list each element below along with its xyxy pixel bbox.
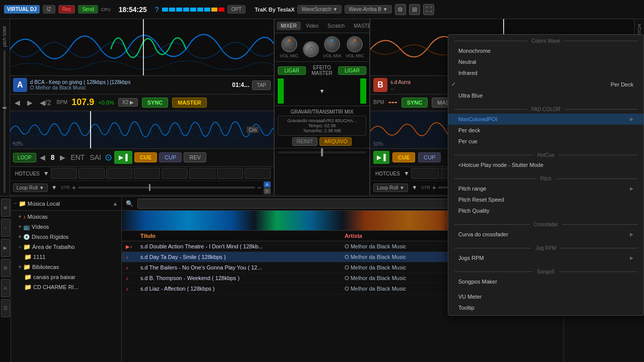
loop-prev-a[interactable]: ◀ <box>38 153 47 161</box>
add-loop-b[interactable]: + <box>432 184 436 192</box>
wavescratch-dropdown[interactable]: WaveScratch ▼ <box>297 5 342 14</box>
menu-vu-meter[interactable]: VU Meter <box>448 291 643 302</box>
menu-jogs-rpm[interactable]: Jogs RPM <box>448 252 643 263</box>
b-button-a[interactable]: B <box>264 188 271 194</box>
menu-pitch-reset[interactable]: Pitch Reset Speed <box>448 194 643 205</box>
pitch-slider-left[interactable] <box>4 50 6 193</box>
prev-arrow[interactable]: ◀ <box>13 99 22 107</box>
cup-button-b[interactable]: CUP <box>418 152 441 162</box>
vol-mic-b-knob[interactable] <box>347 36 363 52</box>
arquivo-button[interactable]: ARQUIVO <box>319 137 352 146</box>
browser-area-trabalho[interactable]: − 📁 Área de Trabalho <box>12 242 120 252</box>
loop-button-a[interactable]: LOOP <box>13 153 36 162</box>
menu-pitch-quality[interactable]: Pitch Quality <box>448 205 643 216</box>
side-btn-3[interactable]: ▶ <box>1 239 10 257</box>
hotcue-cell-8[interactable] <box>245 168 271 179</box>
play-small[interactable]: ▶ <box>26 99 34 107</box>
expand-icon[interactable]: ⊞ <box>409 4 420 15</box>
tab-video[interactable]: Video <box>302 22 323 30</box>
a-button[interactable]: A <box>264 182 271 188</box>
add-loop-a[interactable]: + <box>72 184 76 192</box>
cup-button-a[interactable]: CUP <box>159 152 182 162</box>
hotcue-cell-4[interactable] <box>134 168 160 179</box>
menu-per-cue[interactable]: Per cue <box>448 136 643 147</box>
remove-loop-a[interactable]: − <box>257 184 261 192</box>
browser-bibliotecas[interactable]: + 📁 Bibliotecas <box>12 262 120 272</box>
menu-ultra-blue[interactable]: Ultra Blue <box>448 90 643 101</box>
side-btn-5[interactable]: A <box>1 279 10 297</box>
half-arrow[interactable]: ◀/2 <box>38 99 53 107</box>
pitch-slider-a[interactable] <box>78 187 255 189</box>
menu-noncolored[interactable]: NonColoredPOI <box>448 114 643 125</box>
side-btn-2[interactable]: ♪ <box>1 219 10 237</box>
opt-button[interactable]: OPT <box>227 5 246 14</box>
hotcue-cell-2[interactable] <box>78 168 105 179</box>
play-button-a[interactable]: ▶▐ <box>114 151 132 164</box>
side-btn-6[interactable]: ☰ <box>1 299 10 317</box>
tab-mixer[interactable]: MIXER <box>277 22 301 30</box>
cue-button-b[interactable]: CUE <box>392 152 415 162</box>
loop-sai-a[interactable]: SAI <box>88 153 103 161</box>
cue-button-a[interactable]: CUE <box>134 152 157 162</box>
browser-videos[interactable]: + 📺 Vídeos <box>12 222 120 232</box>
loop-next-a[interactable]: ▶ <box>58 153 67 161</box>
zoom-minus-a[interactable]: − <box>12 139 16 146</box>
loop-roll-down-b[interactable]: ▼ <box>410 184 419 191</box>
rec-button[interactable]: Rec <box>58 5 75 14</box>
hotcues-arrow-a[interactable]: ▼ <box>43 170 49 177</box>
menu-per-deck[interactable]: Per Deck <box>448 78 643 90</box>
vol-mix-knob[interactable] <box>324 36 340 52</box>
th-titulo[interactable]: Título <box>136 231 341 241</box>
menu-monochrome[interactable]: Monochrome <box>448 45 643 56</box>
x2-button[interactable]: X2 ▶ <box>118 98 138 107</box>
menu-neutral[interactable]: Neutral <box>448 56 643 67</box>
search-icon[interactable]: 🔍 <box>126 200 133 207</box>
menu-per-deck-pad[interactable]: Per deck <box>448 125 643 136</box>
vol-master-knob[interactable] <box>281 36 297 52</box>
menu-curva-crossfader[interactable]: Curva do crossfader <box>448 229 643 240</box>
hotcue-cell-6[interactable] <box>189 168 215 179</box>
browser-musicas[interactable]: + ♪ Músicas <box>12 212 120 222</box>
zoom-plus-a[interactable]: + <box>17 139 21 146</box>
rev-button-a[interactable]: REV <box>184 152 206 162</box>
settings-icon[interactable]: ⚙ <box>395 4 406 15</box>
headphone-knob[interactable]: 🎧 <box>303 41 319 57</box>
play-button-b[interactable]: ▶▐ <box>373 151 389 164</box>
menu-infrared[interactable]: Infrared <box>448 67 643 78</box>
loop-roll-down-a[interactable]: ▼ <box>50 184 59 191</box>
hotcue-cell-1[interactable] <box>51 168 77 179</box>
th-artista[interactable]: Artista <box>341 231 449 241</box>
send-button[interactable]: Send <box>78 5 98 14</box>
browser-canais[interactable]: 📁 canais pra baixar <box>12 272 120 282</box>
loop-roll-select-b[interactable]: Loop Roll ▼ <box>373 184 408 192</box>
deck-b-sync-button[interactable]: SYNC <box>401 98 428 108</box>
ligar-a-button[interactable]: LIGAR <box>278 66 306 75</box>
root-item[interactable]: − 📁 Música Local <box>14 200 110 207</box>
fullscreen-icon[interactable]: ⛶ <box>423 4 434 15</box>
deck-a-sync-button[interactable]: SYNC <box>142 98 169 108</box>
hotcue-cell-7[interactable] <box>217 168 243 179</box>
tab-scratch[interactable]: Scratch <box>324 22 349 30</box>
hotcue-cell-3[interactable] <box>106 168 132 179</box>
menu-pitch-range[interactable]: Pitch range <box>448 183 643 194</box>
browser-discos[interactable]: + 💿 Discos Rígidos <box>12 232 120 242</box>
browser-1111[interactable]: 📁 1111 <box>12 252 120 262</box>
hotcues-arrow-b[interactable]: ▼ <box>404 170 410 177</box>
iz-button[interactable]: IZ <box>43 5 55 14</box>
side-btn-4[interactable]: ⊞ <box>1 259 10 277</box>
wave-arriba-dropdown[interactable]: Wave-Arriba B ▼ <box>345 5 391 14</box>
hotcue-cell-5[interactable] <box>162 168 188 179</box>
loop-roll-select-a[interactable]: Loop Roll ▼ <box>13 184 48 192</box>
help-icon[interactable]: ? <box>155 6 159 14</box>
deck-a-tap-button[interactable]: TAP <box>252 80 271 90</box>
ligar-b-button[interactable]: LIGAR <box>338 66 366 75</box>
collapse-arrow[interactable]: − <box>14 201 17 206</box>
menu-songpos-maker[interactable]: Songpos Maker <box>448 276 643 287</box>
hotcue-b-1[interactable] <box>411 168 439 179</box>
loop-ent-a[interactable]: ENT <box>69 153 86 161</box>
side-btn-1[interactable]: ⊕ <box>1 199 10 217</box>
crossfader-track[interactable] <box>278 151 366 153</box>
scroll-up-browser[interactable]: ▲ <box>112 200 118 207</box>
menu-tooltip[interactable]: Tooltip <box>448 302 643 313</box>
menu-hotcue-play[interactable]: <Hotcue Play mode - Stutter Mode <box>448 159 643 170</box>
